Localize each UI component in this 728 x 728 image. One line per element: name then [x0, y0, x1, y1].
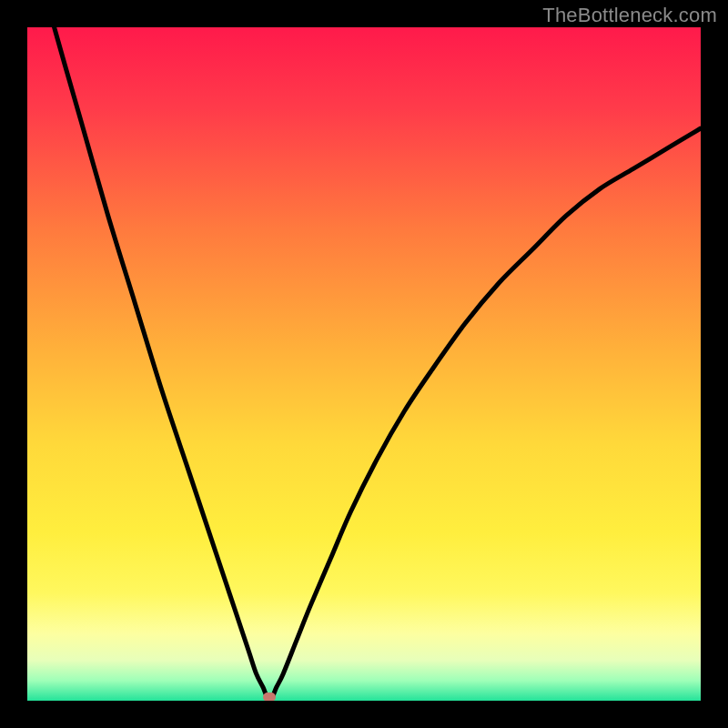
plot-area [27, 27, 701, 701]
chart-frame: TheBottleneck.com [0, 0, 728, 728]
optimal-marker [263, 693, 276, 701]
watermark-text: TheBottleneck.com [542, 4, 717, 27]
bottleneck-curve [27, 27, 701, 701]
